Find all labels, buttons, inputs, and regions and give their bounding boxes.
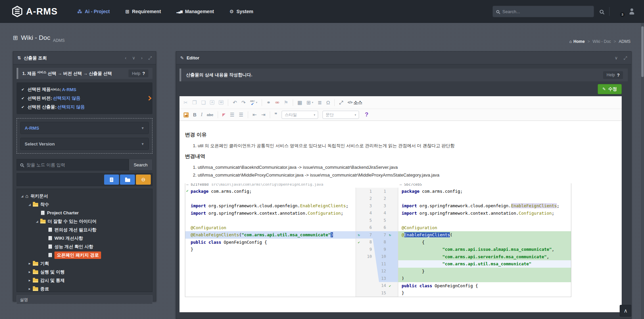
right-code-line: ) — [398, 275, 571, 282]
search-submit-icon[interactable] — [600, 10, 603, 14]
redo-icon[interactable]: ↷ — [241, 100, 246, 106]
expand-icon[interactable]: ⤢ — [624, 55, 627, 61]
paste-from-word-icon[interactable]: W — [219, 100, 224, 105]
carousel-next-icon[interactable]: › — [141, 55, 142, 61]
maximize-icon[interactable]: ⤢ — [339, 100, 343, 106]
help-button[interactable]: Help? — [603, 71, 623, 79]
version-select[interactable]: Select Version ▼ — [20, 138, 149, 150]
nav-item-requirement[interactable]: ⊞Requirement — [125, 9, 161, 14]
diff-right-pane[interactable]: package com.arms.config; import org.spri… — [398, 188, 571, 297]
diff-left-pane[interactable]: ✔ package com.arms.config; import org.sp… — [185, 188, 356, 297]
search-button[interactable]: Search — [129, 159, 152, 170]
tree-item-실행-및-이행[interactable]: ▸실행 및 이행 — [19, 268, 150, 276]
tree-item-오픈페인-패키지-경로[interactable]: 오픈페인 패키지 경로 — [19, 251, 150, 259]
bold-icon[interactable]: B — [193, 112, 196, 117]
remove-format-icon[interactable]: ◤ — [222, 112, 225, 117]
user-icon[interactable] — [628, 8, 635, 15]
cut-icon[interactable]: ✂ — [184, 100, 188, 106]
anchor-icon[interactable]: ⚑ — [284, 100, 288, 106]
gutter-row: 99 — [356, 246, 398, 253]
page-header: ⊞ Wiki - Doc ADMS ⌂Home>Wiki - Doc>ADMS — [13, 32, 630, 44]
link-icon[interactable]: ⚭ — [266, 100, 271, 106]
product-select-value: A-RMS — [25, 126, 39, 131]
tree-item-wiki-개선사항[interactable]: WIKI 개선사항 — [19, 234, 150, 242]
gutter-change-icon[interactable]: ↻ — [356, 233, 362, 237]
blocks-icon[interactable] — [184, 112, 189, 117]
notifications-globe-icon[interactable]: 3 — [615, 8, 623, 15]
code-token: org.springframework.cloud.openfeign. — [209, 203, 300, 208]
tree-item-감시-및-통제[interactable]: ▸감시 및 통제 — [19, 276, 150, 285]
carousel-prev-icon[interactable]: ‹ — [125, 55, 126, 61]
copy-icon[interactable]: ❐ — [192, 100, 197, 106]
source-icon[interactable]: </>소스 — [348, 100, 362, 106]
collapse-icon[interactable]: ∨ — [615, 55, 618, 61]
tree-item-편의성-개선-필요사항[interactable]: 편의성 개선 필요사항 — [19, 225, 150, 234]
paste-as-text-icon[interactable]: A — [210, 100, 214, 105]
editor-content[interactable]: 변경 이유 util 의 오픈페인 클라이언트가 공통적인 서비스 영역으로 있… — [180, 121, 622, 297]
product-select[interactable]: A-RMS ▼ — [20, 122, 149, 134]
separator: : — [51, 96, 52, 101]
numbered-list-icon[interactable]: ☰ — [230, 112, 234, 118]
expand-toggle-icon[interactable]: ▸ — [27, 261, 32, 266]
node-search-input[interactable] — [26, 162, 125, 167]
blockquote-icon[interactable]: ❞ — [275, 112, 277, 118]
collapse-icon[interactable]: ∨ — [132, 55, 136, 61]
nav-item-management[interactable]: ▂▄▆Management — [176, 9, 214, 14]
gutter-change-icon[interactable]: ↻ — [387, 233, 393, 237]
strikethrough-icon[interactable]: abc — [207, 113, 213, 117]
nav-item-ai-project[interactable]: ⁂Ai - Project — [77, 9, 110, 14]
undo-icon[interactable]: ↶ — [233, 100, 237, 106]
table-icon[interactable]: ⊞▾ — [307, 100, 313, 106]
selected-info-row: ✔선택된 산출물 : 선택되지 않음 — [21, 103, 148, 111]
nav-item-system[interactable]: ⚙System — [230, 9, 253, 14]
global-search-input[interactable] — [502, 9, 590, 14]
help-button[interactable]: Help? — [128, 70, 148, 77]
tree-item-종료[interactable]: ▸종료 — [19, 285, 150, 292]
breadcrumb-adms[interactable]: ADMS — [619, 39, 630, 44]
collapse-toggle-icon[interactable]: ◢ — [27, 203, 32, 206]
tree-item-기획[interactable]: ▸기획 — [19, 259, 150, 268]
expand-toggle-icon[interactable]: ▸ — [27, 278, 32, 283]
tree-item-성능-개선-확인-사항[interactable]: 성능 개선 확인 사항 — [19, 242, 150, 251]
gutter-apply-icon[interactable]: ✔ — [387, 284, 393, 288]
app-logo[interactable]: A-RMS — [12, 6, 58, 17]
tree-item-위키문서[interactable]: ◢⌂위키문서 — [19, 192, 150, 200]
unlink-icon[interactable]: ⚮ — [275, 100, 280, 106]
expand-icon[interactable]: ⤢ — [148, 55, 152, 61]
horizontal-line-icon[interactable]: ≣ — [317, 100, 322, 106]
collapse-toggle-icon[interactable]: ◢ — [34, 220, 40, 223]
scroll-to-top-button[interactable]: ∧ — [620, 305, 631, 317]
spellcheck-icon[interactable]: ABC✔▾ — [250, 100, 257, 105]
code-token: org.springframework.context.annotation. — [209, 211, 308, 216]
tree-item-착수[interactable]: ◢착수 — [19, 200, 150, 209]
edit-button[interactable]: ✎ 수정 — [598, 84, 622, 94]
indent-icon[interactable]: ⇥ — [261, 112, 265, 118]
breadcrumb-wiki-doc[interactable]: Wiki - Doc — [593, 39, 611, 44]
outdent-icon[interactable]: ⇤ — [253, 112, 257, 118]
code-token: EnableFeignClients — [404, 232, 450, 237]
tree-item-더-잘할-수-있는-아이디어[interactable]: ◢더 잘할 수 있는 아이디어 — [19, 217, 150, 225]
page-scrollbar[interactable] — [641, 23, 644, 319]
format-select[interactable]: 문단▾ — [323, 111, 359, 119]
editor-help-icon[interactable]: ? — [365, 111, 368, 118]
left-line-number: 6 — [362, 225, 372, 230]
check-icon: ✔ — [21, 96, 24, 101]
expand-toggle-icon[interactable]: ▸ — [27, 287, 32, 291]
paste-icon[interactable]: ❏ — [201, 100, 206, 106]
add-folder-button[interactable] — [120, 175, 135, 185]
image-icon[interactable]: ▦ — [297, 100, 302, 106]
search-icon — [20, 163, 23, 166]
add-document-button[interactable] — [104, 175, 119, 185]
tree-item-project-charter[interactable]: Project Charter — [19, 209, 150, 217]
bulleted-list-icon[interactable]: ☰ — [239, 112, 243, 118]
collapse-toggle-icon[interactable]: ◢ — [20, 194, 25, 198]
italic-icon[interactable]: I — [201, 112, 202, 117]
gutter-row: 14✔ — [356, 282, 398, 290]
scrollbar-thumb[interactable] — [641, 26, 644, 77]
gutter-apply-icon[interactable]: ✔ — [356, 240, 362, 244]
expand-toggle-icon[interactable]: ▸ — [27, 270, 32, 274]
special-char-icon[interactable]: Ω — [326, 100, 330, 105]
remove-node-button[interactable]: ⊖ — [136, 175, 151, 185]
breadcrumb-home[interactable]: ⌂Home — [569, 39, 585, 44]
style-select[interactable]: 스타일▾ — [282, 111, 318, 119]
